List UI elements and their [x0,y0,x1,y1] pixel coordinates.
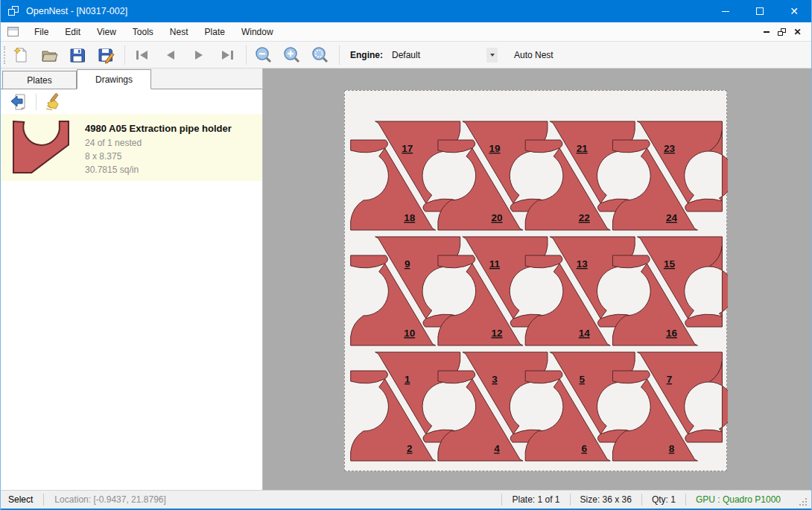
engine-combobox[interactable]: Default [389,46,498,64]
part-number-label: 4 [494,443,500,454]
zoom-in-button[interactable] [281,44,303,66]
tab-plates[interactable]: Plates [2,71,77,89]
app-icon [8,5,20,17]
go-last-button[interactable] [216,44,238,66]
mdi-child-icon[interactable] [7,27,19,36]
part-number-label: 2 [407,443,413,454]
part-number-label: 5 [579,374,585,385]
plate-sheet[interactable]: 171819202122232491011121314151612345678 [344,90,727,471]
window-title: OpenNest - [N0317-002] [26,6,127,16]
panel-toolbar-separator [36,94,37,110]
save-as-button[interactable] [95,44,117,66]
new-document-button[interactable] [10,44,32,66]
toolbar-grip[interactable] [4,46,6,64]
status-location: Location: [-0.9437, 21.8796] [44,494,176,505]
menu-plate[interactable]: Plate [197,24,233,40]
minimize-button[interactable] [708,0,743,22]
part-number-label: 1 [405,374,410,385]
save-as-icon [97,46,115,64]
go-first-icon [133,46,151,64]
combo-dropdown-arrow[interactable] [486,48,498,63]
app-window: OpenNest - [N0317-002] ✕ File Edit View … [0,0,812,510]
part-number-label: 15 [664,258,676,270]
go-first-button[interactable] [131,44,153,66]
menu-nest[interactable]: Nest [162,24,197,40]
open-button[interactable] [38,44,60,66]
menu-window[interactable]: Window [233,24,282,40]
part-thumbnail [10,120,74,176]
drawing-title: 4980 A05 Extraction pipe holder [85,123,232,134]
drawing-nested-count: 24 of 1 nested [85,138,232,148]
go-previous-button[interactable] [159,44,182,66]
status-qty: Qty: 1 [642,494,685,505]
mdi-restore-button[interactable] [774,25,790,39]
part-number-label: 13 [577,258,589,270]
left-panel: Plates Drawings [1,68,263,490]
toolbar-separator [246,45,247,65]
part-number-label: 19 [489,143,500,154]
mdi-minimize-button[interactable] [758,25,774,39]
title-bar: OpenNest - [N0317-002] ✕ [1,0,811,22]
part-number-label: 23 [664,143,676,154]
auto-nest-button[interactable]: Auto Nest [508,46,559,64]
part-number-label: 21 [577,143,589,154]
go-last-icon [218,46,236,64]
part-number-label: 22 [579,212,590,223]
mdi-close-icon: ✕ [793,27,801,37]
status-size: Size: 36 x 36 [571,494,641,505]
engine-selected-value: Default [389,50,486,60]
main-toolbar: Engine: Default Auto Nest [1,42,811,68]
part-number-label: 14 [579,328,591,339]
zoom-out-button[interactable] [253,44,275,66]
go-previous-icon [162,46,180,64]
part-number-label: 3 [492,374,498,385]
part-number-label: 7 [667,374,673,385]
drawing-size: 8 x 8.375 [85,151,232,162]
zoom-fit-icon [311,45,330,65]
import-drawing-icon[interactable] [10,93,29,111]
drawing-area: 30.7815 sq/in [85,165,232,175]
mdi-minimize-icon [764,31,770,33]
status-gpu: GPU : Quadro P1000 [686,494,790,505]
part-number-label: 9 [405,258,410,270]
panel-tabs: Plates Drawings [1,68,262,89]
status-mode: Select [1,494,43,505]
maximize-icon [756,7,764,15]
menu-view[interactable]: View [89,24,124,40]
drawing-list-item[interactable]: 4980 A05 Extraction pipe holder 24 of 1 … [1,114,262,181]
save-icon [69,46,86,64]
menu-edit[interactable]: Edit [57,24,89,40]
drawings-toolbar [1,89,262,114]
new-document-icon [12,46,30,64]
part-number-label: 11 [489,258,501,270]
save-button[interactable] [66,44,89,66]
go-next-button[interactable] [188,44,210,66]
close-icon: ✕ [790,6,799,16]
part-number-label: 16 [666,328,678,339]
resize-grip[interactable] [799,498,808,507]
minimize-icon [722,11,729,12]
nest-canvas[interactable]: 171819202122232491011121314151612345678 [263,68,811,490]
toolbar-separator [339,45,340,65]
part-number-label: 8 [669,443,675,454]
menu-file[interactable]: File [26,24,57,40]
menu-tools[interactable]: Tools [124,24,162,40]
zoom-fit-button[interactable] [309,44,332,66]
maximize-button[interactable] [743,0,777,22]
mdi-close-button[interactable]: ✕ [790,25,805,39]
tab-drawings[interactable]: Drawings [77,69,151,89]
nest-layout: 171819202122232491011121314151612345678 [345,91,728,472]
part-number-label: 12 [491,328,502,339]
zoom-out-icon [254,45,273,65]
part-number-label: 18 [404,212,416,223]
part-number-label: 6 [581,443,587,454]
part-number-label: 20 [491,212,502,223]
menu-bar: File Edit View Tools Nest Plate Window ✕ [1,22,811,42]
clean-broom-icon[interactable] [43,92,63,112]
status-bar: Select Location: [-0.9437, 21.8796] Plat… [1,490,811,509]
go-next-icon [190,46,208,64]
open-folder-icon [40,46,58,64]
toolbar-separator [124,45,125,65]
close-button[interactable]: ✕ [777,0,811,22]
part-number-label: 17 [402,143,413,154]
